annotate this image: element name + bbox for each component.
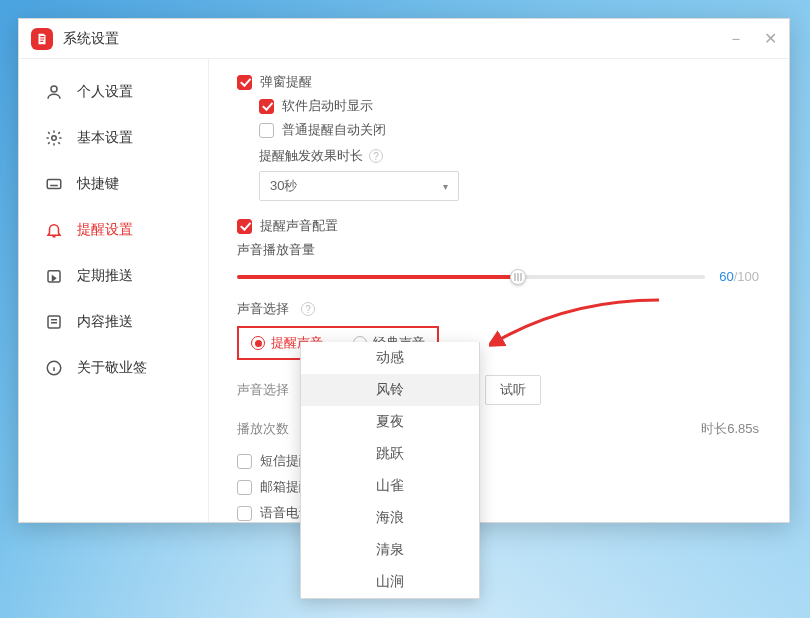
content-push-icon (45, 313, 63, 331)
label-volume: 声音播放音量 (237, 241, 759, 259)
dropdown-item[interactable]: 清泉 (301, 534, 479, 566)
sidebar-item-hotkeys[interactable]: 快捷键 (19, 161, 208, 207)
sidebar-item-content-push[interactable]: 内容推送 (19, 299, 208, 345)
close-button[interactable]: ✕ (761, 31, 779, 47)
help-icon[interactable]: ? (369, 149, 383, 163)
slider-thumb[interactable] (510, 269, 526, 285)
sidebar-item-label: 基本设置 (77, 129, 133, 147)
label-show-on-startup: 软件启动时显示 (282, 97, 373, 115)
info-icon (45, 359, 63, 377)
checkbox-voice-call[interactable] (237, 506, 252, 521)
sidebar: 个人设置 基本设置 快捷键 提醒设置 (19, 59, 209, 522)
checkbox-auto-close-normal[interactable] (259, 123, 274, 138)
dropdown-item[interactable]: 风铃 (301, 374, 479, 406)
label-auto-close-normal: 普通提醒自动关闭 (282, 121, 386, 139)
bell-icon (45, 221, 63, 239)
svg-rect-2 (47, 180, 61, 189)
svg-point-0 (51, 86, 57, 92)
dropdown-item[interactable]: 山涧 (301, 566, 479, 598)
label-play-count: 播放次数 (237, 420, 289, 438)
minimize-button[interactable]: － (727, 31, 745, 47)
label-sound-select: 声音选择 (237, 300, 289, 318)
gear-icon (45, 129, 63, 147)
sidebar-item-label: 内容推送 (77, 313, 133, 331)
sidebar-item-label: 定期推送 (77, 267, 133, 285)
sound-dropdown[interactable]: 动感风铃夏夜跳跃山雀海浪清泉山涧 (300, 342, 480, 599)
content-panel: 弹窗提醒 软件启动时显示 普通提醒自动关闭 提醒触发效果时长 ? 30秒 ▾ (209, 59, 789, 522)
volume-slider[interactable]: 60/100 (237, 269, 759, 284)
select-trigger-duration-value: 30秒 (270, 177, 297, 195)
preview-button[interactable]: 试听 (485, 375, 541, 405)
checkbox-sound-config[interactable] (237, 219, 252, 234)
user-icon (45, 83, 63, 101)
sidebar-item-scheduled-push[interactable]: 定期推送 (19, 253, 208, 299)
dropdown-item[interactable]: 山雀 (301, 470, 479, 502)
label-popup-reminder: 弹窗提醒 (260, 73, 312, 91)
svg-point-1 (52, 136, 57, 141)
app-icon (31, 28, 53, 50)
dropdown-item[interactable]: 动感 (301, 342, 479, 374)
dropdown-item[interactable]: 海浪 (301, 502, 479, 534)
calendar-push-icon (45, 267, 63, 285)
sidebar-item-personal[interactable]: 个人设置 (19, 69, 208, 115)
help-icon[interactable]: ? (301, 302, 315, 316)
checkbox-popup-reminder[interactable] (237, 75, 252, 90)
label-duration: 时长6.85s (701, 420, 759, 438)
label-trigger-duration: 提醒触发效果时长 (259, 147, 363, 165)
sidebar-item-about[interactable]: 关于敬业签 (19, 345, 208, 391)
window-title: 系统设置 (63, 30, 119, 48)
volume-readout: 60/100 (719, 269, 759, 284)
radio-icon (251, 336, 265, 350)
dropdown-item[interactable]: 跳跃 (301, 438, 479, 470)
sidebar-item-reminders[interactable]: 提醒设置 (19, 207, 208, 253)
dropdown-item[interactable]: 夏夜 (301, 406, 479, 438)
label-sound-choice: 声音选择 (237, 381, 289, 399)
sidebar-item-label: 快捷键 (77, 175, 119, 193)
checkbox-email[interactable] (237, 480, 252, 495)
sidebar-item-basic[interactable]: 基本设置 (19, 115, 208, 161)
chevron-down-icon: ▾ (443, 181, 448, 192)
sidebar-item-label: 关于敬业签 (77, 359, 147, 377)
sidebar-item-label: 个人设置 (77, 83, 133, 101)
sidebar-item-label: 提醒设置 (77, 221, 133, 239)
select-trigger-duration[interactable]: 30秒 ▾ (259, 171, 459, 201)
label-sound-config: 提醒声音配置 (260, 217, 338, 235)
titlebar: 系统设置 － ✕ (19, 19, 789, 59)
checkbox-sms[interactable] (237, 454, 252, 469)
keyboard-icon (45, 175, 63, 193)
checkbox-show-on-startup[interactable] (259, 99, 274, 114)
